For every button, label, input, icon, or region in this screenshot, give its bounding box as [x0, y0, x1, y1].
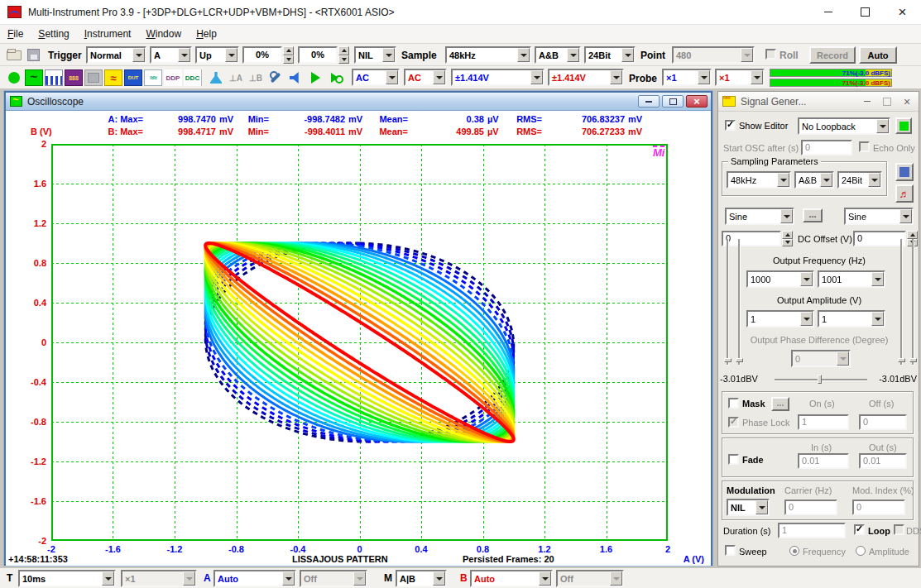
show-editor-checkbox[interactable]	[725, 120, 736, 131]
dc-offset-a-input[interactable]: 0	[722, 231, 781, 246]
waveform-library-button[interactable]	[895, 184, 914, 203]
sampling-rate-select[interactable]: 48kHz	[445, 46, 531, 64]
derived-data-icon[interactable]	[207, 69, 225, 86]
level-slider-a2-handle[interactable]	[736, 358, 743, 362]
menu-setting[interactable]: Setting	[31, 26, 76, 42]
fade-label: Fade	[742, 455, 764, 465]
dropdown-arrow-icon	[756, 500, 768, 514]
mask-checkbox[interactable]	[728, 398, 739, 409]
zero-b-icon[interactable]: ⊥B	[247, 69, 265, 86]
sg-bits-select[interactable]: 24Bit	[837, 171, 882, 189]
play-loop-icon[interactable]	[326, 69, 344, 86]
channel-b-trigger-select[interactable]: Auto	[470, 570, 553, 587]
spectrogram-icon[interactable]	[84, 69, 103, 86]
scope-minimize-icon[interactable]	[638, 95, 660, 108]
menu-instrument[interactable]: Instrument	[77, 26, 139, 42]
wave-b-select[interactable]: Sine	[844, 208, 914, 225]
open-file-icon[interactable]	[7, 50, 22, 60]
t-label: T	[7, 572, 12, 584]
freq-a-select[interactable]: 1000	[746, 270, 814, 288]
dc-offset-a-stepper[interactable]	[782, 231, 793, 246]
close-icon[interactable]	[884, 0, 921, 24]
sampling-channels-select[interactable]: A&B	[535, 46, 581, 64]
trigger-source-select[interactable]: A	[150, 46, 192, 64]
oscilloscope-titlebar[interactable]: Oscilloscope	[6, 93, 711, 111]
trigger-mode-select[interactable]: Normal	[86, 46, 146, 64]
auto-button[interactable]: Auto	[859, 46, 897, 64]
balance-slider-handle[interactable]	[818, 375, 822, 384]
trigger-edge-select[interactable]: Up	[195, 46, 239, 64]
input-level-meters: 71%(-3.0 dBFS) 71%(-3.0 dBFS)	[770, 69, 892, 88]
wave-a-select[interactable]: Sine	[725, 208, 794, 225]
trigger-delay-stepper[interactable]: 0%	[298, 46, 349, 64]
loop-checkbox[interactable]	[854, 524, 865, 535]
minimize-icon[interactable]	[809, 0, 847, 24]
range-b-select[interactable]: ±1.414V	[548, 69, 624, 86]
loopback-select[interactable]: No Loopback	[798, 117, 890, 135]
menu-help[interactable]: Help	[189, 26, 224, 42]
oscilloscope-icon[interactable]	[25, 69, 43, 86]
probe-a-select[interactable]: ×1	[662, 69, 712, 86]
siggen-run-button[interactable]	[895, 117, 912, 134]
multi-display-icon[interactable]	[144, 69, 162, 86]
device-test-plan-icon[interactable]: DUT	[124, 69, 142, 86]
dropdown-arrow-icon	[800, 272, 813, 286]
ddc-icon[interactable]: DDC	[184, 69, 202, 86]
zero-a-icon[interactable]: ⊥A	[227, 69, 245, 86]
save-file-icon[interactable]	[27, 49, 40, 61]
scope-close-icon[interactable]	[686, 95, 708, 108]
coupling-a-select[interactable]: AC	[352, 69, 400, 86]
sweep-time-select[interactable]: 10ms	[18, 570, 116, 587]
dropdown-arrow-icon	[871, 272, 884, 286]
amp-a-select[interactable]: 1	[746, 310, 814, 327]
lissajous-plot[interactable]	[51, 144, 668, 541]
menu-window[interactable]: Window	[138, 26, 189, 42]
dropdown-arrow-icon	[899, 209, 912, 223]
scope-restore-icon[interactable]	[662, 95, 684, 108]
maximize-icon[interactable]	[847, 0, 884, 24]
siggen-minimize-icon[interactable]	[862, 97, 872, 107]
sweep-checkbox[interactable]	[725, 545, 736, 556]
siggen-close-icon[interactable]	[902, 97, 912, 107]
ddp-viewer-icon[interactable]: DDP	[164, 69, 182, 86]
sound-device-icon[interactable]	[286, 69, 305, 86]
channel-a-trigger-select[interactable]: Auto	[213, 570, 296, 587]
dc-offset-b-input[interactable]: 0	[853, 231, 906, 246]
amp-b-select[interactable]: 1	[818, 310, 885, 327]
menu-file[interactable]: File	[0, 26, 31, 42]
siggen-titlebar[interactable]: Signal Gener...	[718, 92, 919, 112]
trigger-hpf-select[interactable]: NIL	[354, 46, 396, 64]
spectrum-analyzer-icon[interactable]	[45, 69, 63, 86]
modulation-select[interactable]: NIL	[727, 499, 770, 516]
signal-generator-icon[interactable]	[104, 69, 122, 86]
run-icon[interactable]	[5, 69, 23, 86]
siggen-maximize-icon[interactable]	[882, 97, 892, 107]
fade-checkbox[interactable]	[728, 454, 739, 465]
coupling-b-select[interactable]: AC	[404, 69, 447, 86]
probe-b-select[interactable]: ×1	[715, 69, 765, 86]
level-slider-b2[interactable]	[912, 239, 914, 365]
math-mode-select[interactable]: A|B	[396, 570, 447, 587]
sampling-bits-select[interactable]: 24Bit	[584, 46, 636, 64]
level-slider-b2-handle[interactable]	[909, 358, 917, 362]
level-slider-a1[interactable]	[727, 239, 728, 365]
multimeter-icon[interactable]: 888	[65, 69, 83, 86]
dropdown-arrow-icon	[777, 173, 789, 187]
mask-off-input: 0	[859, 414, 907, 430]
calibration-icon[interactable]	[266, 69, 285, 86]
save-waveform-button[interactable]	[895, 163, 914, 181]
level-slider-b1-handle[interactable]	[898, 358, 905, 362]
sg-channels-select[interactable]: A&B	[794, 171, 834, 189]
dropdown-arrow-icon	[871, 312, 884, 326]
level-slider-a1-handle[interactable]	[724, 358, 732, 362]
level-slider-a2[interactable]	[738, 239, 740, 365]
level-slider-b1[interactable]	[900, 239, 902, 365]
play-icon[interactable]	[306, 69, 324, 86]
freq-b-select[interactable]: 1001	[818, 270, 885, 288]
dc-offset-label: DC Offset (V)	[798, 234, 852, 244]
range-a-select[interactable]: ±1.414V	[451, 69, 544, 86]
wave-more-button[interactable]: ...	[803, 208, 823, 222]
modulation-label: Modulation	[727, 485, 775, 495]
trigger-level-stepper[interactable]: 0%	[242, 46, 294, 64]
sg-sampling-rate-select[interactable]: 48kHz	[727, 171, 791, 189]
